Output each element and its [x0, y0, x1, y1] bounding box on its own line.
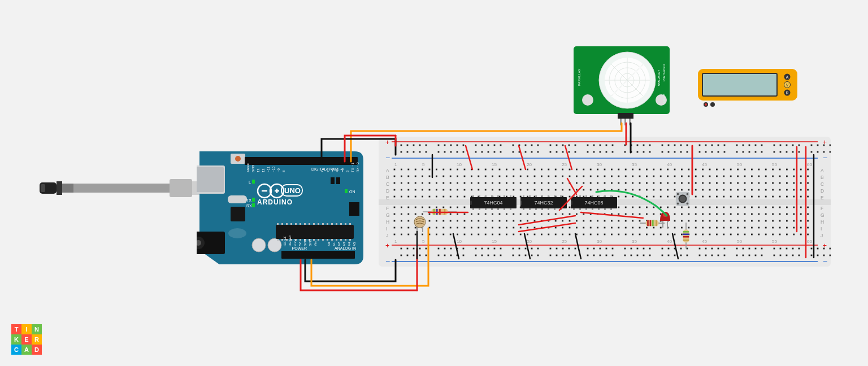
svg-rect-17	[277, 223, 279, 225]
svg-rect-1105	[683, 231, 689, 233]
svg-rect-1001	[792, 255, 794, 256]
pir-sensor[interactable]: PARALLAX 555-28027 PIR Sensor Rev B	[574, 46, 670, 125]
svg-rect-973	[587, 255, 589, 256]
svg-rect-434	[576, 213, 578, 215]
svg-rect-944	[817, 248, 819, 250]
svg-rect-400	[555, 182, 557, 184]
svg-text:40: 40	[667, 239, 672, 244]
svg-rect-529	[646, 176, 648, 177]
pushbutton[interactable]	[675, 191, 691, 207]
svg-rect-428	[576, 169, 578, 171]
svg-text:F: F	[386, 206, 389, 211]
svg-rect-181	[401, 189, 402, 191]
svg-rect-617	[702, 234, 704, 236]
svg-rect-280	[471, 182, 472, 184]
svg-rect-877	[761, 151, 763, 153]
svg-rect-961	[494, 255, 496, 256]
usb-cable[interactable]	[40, 171, 209, 205]
svg-rect-1051	[573, 208, 575, 210]
svg-rect-197	[407, 234, 409, 236]
multimeter[interactable]: A V R	[698, 69, 800, 114]
svg-text:~3: ~3	[341, 168, 344, 172]
svg-rect-1052	[579, 208, 581, 210]
svg-rect-971	[568, 255, 570, 256]
svg-rect-394	[548, 213, 549, 215]
svg-rect-946	[830, 248, 831, 250]
svg-point-1069	[582, 94, 593, 106]
svg-rect-583	[681, 207, 683, 208]
svg-rect-431	[576, 189, 578, 191]
svg-rect-962	[500, 255, 502, 256]
svg-rect-50	[349, 239, 351, 241]
svg-rect-660	[737, 182, 739, 184]
svg-text:ARDUINO: ARDUINO	[257, 198, 293, 206]
svg-rect-311	[492, 189, 493, 191]
svg-rect-682	[751, 196, 753, 198]
photoresistor[interactable]	[414, 216, 426, 232]
svg-rect-598	[695, 169, 697, 171]
svg-rect-684	[751, 213, 753, 215]
svg-rect-207	[415, 234, 416, 236]
svg-rect-411	[562, 189, 563, 191]
svg-text:Vin: Vin	[314, 241, 317, 246]
svg-rect-458	[597, 169, 598, 171]
svg-rect-187	[401, 234, 402, 236]
svg-rect-647	[723, 234, 724, 236]
svg-rect-853	[587, 151, 589, 153]
svg-rect-952	[426, 255, 427, 256]
svg-rect-541	[653, 189, 654, 191]
led-red[interactable]	[659, 211, 671, 228]
ic-74hc04[interactable]: 74HC04	[470, 195, 517, 210]
ic-74hc32[interactable]: 74HC32	[520, 195, 567, 210]
svg-rect-780	[488, 145, 489, 146]
svg-rect-669	[744, 176, 746, 177]
resistor-ldr[interactable]	[423, 208, 457, 216]
svg-text:C: C	[386, 181, 389, 187]
svg-rect-264	[457, 213, 458, 215]
svg-rect-1100	[650, 220, 652, 226]
svg-rect-692	[758, 196, 760, 198]
svg-rect-1075	[618, 113, 633, 119]
svg-rect-715	[772, 220, 774, 222]
svg-rect-664	[737, 213, 739, 215]
arduino-uno[interactable]: UNO ARDUINO L TX RX ON DIGITAL (PWM ~) P…	[197, 146, 366, 270]
svg-rect-972	[575, 255, 576, 256]
ic-74hc08[interactable]: 74HC08	[571, 195, 617, 210]
svg-rect-1038	[548, 208, 549, 210]
svg-rect-1011	[479, 195, 480, 197]
svg-rect-701	[765, 189, 767, 191]
svg-rect-534	[646, 213, 648, 215]
svg-rect-23	[304, 223, 306, 225]
svg-text:GND: GND	[303, 238, 307, 246]
canvas[interactable]: UNO ARDUINO L TX RX ON DIGITAL (PWM ~) P…	[0, 0, 868, 366]
svg-rect-569	[674, 176, 676, 177]
svg-rect-238	[442, 169, 444, 171]
svg-rect-630	[716, 182, 718, 184]
svg-rect-745	[793, 220, 795, 222]
svg-text:A: A	[786, 75, 789, 79]
svg-text:25: 25	[562, 239, 567, 244]
svg-rect-277	[464, 234, 466, 236]
svg-rect-805	[674, 145, 676, 146]
svg-text:A4: A4	[348, 242, 351, 246]
svg-rect-875	[749, 151, 750, 153]
svg-rect-1055	[598, 208, 600, 210]
svg-rect-904	[519, 248, 520, 250]
svg-rect-504	[625, 213, 627, 215]
svg-rect-501	[625, 189, 627, 191]
svg-rect-21	[295, 223, 297, 225]
svg-rect-552	[660, 196, 662, 198]
svg-rect-278	[471, 169, 472, 171]
svg-rect-892	[426, 248, 427, 250]
svg-text:55: 55	[772, 162, 777, 167]
svg-rect-675	[744, 220, 746, 222]
svg-rect-1026	[520, 201, 522, 205]
resistor-button[interactable]	[682, 223, 690, 249]
svg-rect-981	[643, 255, 645, 256]
svg-rect-171	[394, 189, 396, 191]
svg-rect-1013	[491, 195, 493, 197]
svg-rect-350	[520, 182, 522, 184]
svg-rect-486	[611, 227, 613, 229]
svg-rect-918	[624, 248, 626, 250]
svg-rect-653	[730, 207, 732, 208]
